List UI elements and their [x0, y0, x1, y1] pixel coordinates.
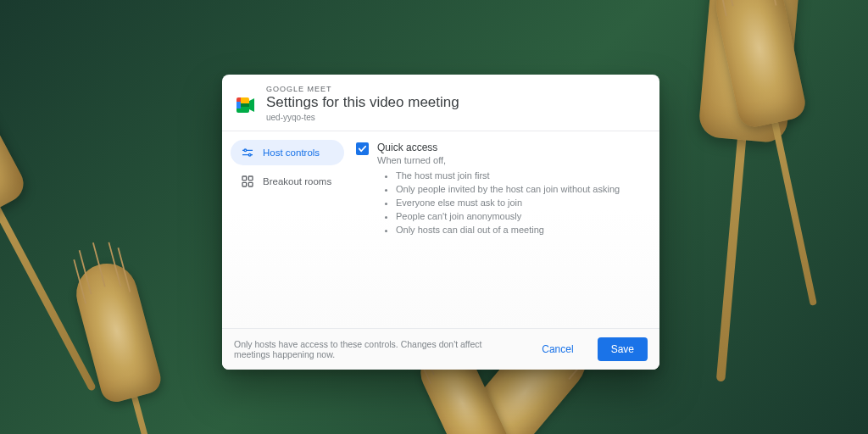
settings-dialog: GOOGLE MEET Settings for this video meet…	[222, 75, 659, 370]
brand-label: GOOGLE MEET	[266, 85, 459, 93]
svg-rect-6	[242, 176, 247, 181]
meeting-code: ued-yyqo-tes	[266, 113, 459, 122]
dialog-title: Settings for this video meeting	[266, 93, 459, 112]
sidebar-item-breakout-rooms[interactable]: Breakout rooms	[231, 169, 344, 194]
quick-access-points: The host must join first Only people inv…	[377, 169, 644, 236]
cancel-button[interactable]: Cancel	[528, 337, 587, 361]
check-icon	[358, 144, 367, 153]
sidebar: Host controls Breakout rooms	[222, 131, 349, 328]
list-item: Only hosts can dial out of a meeting	[396, 223, 644, 236]
svg-rect-9	[248, 182, 253, 186]
quick-access-description: Quick access When turned off, The host m…	[377, 142, 644, 236]
dialog-body: Host controls Breakout rooms Quick acces…	[222, 131, 659, 328]
list-item: Everyone else must ask to join	[396, 196, 644, 209]
sidebar-item-label: Host controls	[263, 147, 320, 158]
host-controls-icon	[241, 146, 254, 159]
svg-point-0	[244, 149, 247, 152]
breakout-rooms-icon	[241, 175, 254, 188]
dialog-header: GOOGLE MEET Settings for this video meet…	[222, 75, 659, 131]
quick-access-intro: When turned off,	[377, 155, 644, 165]
svg-rect-8	[242, 182, 247, 186]
content-pane: Quick access When turned off, The host m…	[349, 131, 659, 328]
svg-point-3	[248, 153, 251, 156]
quick-access-checkbox[interactable]	[356, 142, 369, 155]
list-item: People can't join anonymously	[396, 209, 644, 223]
dialog-footer: Only hosts have access to these controls…	[222, 328, 659, 370]
google-meet-icon	[236, 97, 256, 114]
footer-note: Only hosts have access to these controls…	[234, 339, 518, 359]
sidebar-item-label: Breakout rooms	[263, 176, 331, 186]
quick-access-title: Quick access	[377, 142, 644, 153]
list-item: The host must join first	[396, 169, 644, 182]
list-item: Only people invited by the host can join…	[396, 182, 644, 196]
sidebar-item-host-controls[interactable]: Host controls	[231, 140, 344, 165]
save-button[interactable]: Save	[598, 337, 648, 361]
svg-rect-7	[248, 176, 253, 181]
